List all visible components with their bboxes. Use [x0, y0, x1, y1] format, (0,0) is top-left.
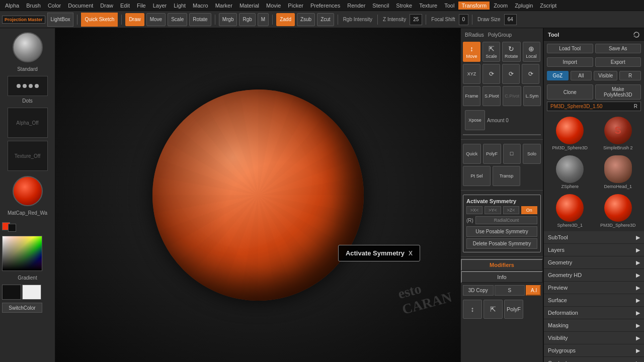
frame-btn[interactable]: Frame [463, 86, 480, 106]
use-posable-btn[interactable]: Use Posable Symmetry [466, 226, 537, 237]
menu-item-preferences[interactable]: Preferences [307, 2, 343, 10]
info-btn[interactable]: Info [461, 271, 543, 283]
transp-btn[interactable]: Transp [493, 166, 520, 186]
menu-item-texture[interactable]: Texture [416, 2, 440, 10]
menu-item-movie[interactable]: Movie [263, 2, 284, 10]
modifiers-btn[interactable]: Modifiers [461, 259, 543, 271]
black-swatch[interactable] [2, 285, 21, 300]
brush-preview[interactable] [13, 32, 43, 62]
make-polymesh-btn[interactable]: Make PolyMesh3D [595, 84, 641, 100]
menu-item-zoom[interactable]: Zoom [491, 2, 511, 10]
ptsel-btn[interactable]: Pt Sel [463, 166, 491, 186]
polyf-btn[interactable]: PolyF [483, 144, 501, 164]
main-sphere[interactable] [152, 89, 364, 301]
delete-posable-btn[interactable]: Delete Posable Symmetry [466, 238, 537, 249]
menu-item-zplugin[interactable]: Zplugin [512, 2, 536, 10]
menu-item-layer[interactable]: Layer [150, 2, 170, 10]
scale-btn[interactable]: ⇱ Scale [482, 42, 500, 62]
tooltip-close-btn[interactable]: X [409, 250, 413, 257]
save-as-btn[interactable]: Save As [595, 44, 641, 53]
thumb-zsphere[interactable]: ZSphere [547, 154, 593, 191]
reset-icon[interactable] [633, 31, 640, 38]
sym-x-btn[interactable]: >X< [466, 206, 482, 214]
menu-item-transform[interactable]: Transform [458, 2, 490, 10]
load-tool-btn[interactable]: Load Tool [547, 44, 593, 53]
cpivot-btn[interactable]: C.Pivot [503, 86, 521, 106]
menu-item-alpha[interactable]: Alpha [2, 2, 22, 10]
layers-btn[interactable]: Layers ▶ [544, 244, 644, 256]
quick-sketch-btn[interactable]: Quick Sketch [81, 13, 118, 27]
background-color[interactable] [8, 224, 16, 232]
menu-item-zscript[interactable]: Zscript [537, 2, 559, 10]
surface-btn[interactable]: Surface ▶ [544, 295, 644, 307]
xpose-btn[interactable]: Xpose [465, 110, 485, 130]
menu-item-file[interactable]: File [134, 2, 149, 10]
deformation-btn[interactable]: Deformation ▶ [544, 307, 644, 319]
rt-btn4[interactable]: ⟳ [522, 64, 539, 84]
menu-item-document[interactable]: Document [65, 2, 96, 10]
rt-btn3[interactable]: ⟳ [502, 64, 520, 84]
texture-preview[interactable]: Texture_Off [8, 141, 48, 171]
scale-small-btn[interactable]: ⇱ [484, 300, 503, 319]
clone-btn[interactable]: Clone [547, 84, 593, 100]
polyf-small-btn[interactable]: PolyF [504, 300, 523, 319]
thumb-pm3d-sphere3d-2[interactable]: PM3D_Sphere3D [595, 193, 641, 229]
switch-color-btn[interactable]: SwitchColor [2, 303, 42, 313]
thumb-demohead[interactable]: DemoHead_1 [595, 154, 641, 191]
matcap-preview[interactable] [13, 176, 43, 206]
sym-on-btn[interactable]: On [521, 206, 537, 214]
ai-btn[interactable]: A.I [526, 285, 541, 296]
canvas-area[interactable]: Activate Symmetry X estoCARAN [55, 28, 460, 362]
visible-btn[interactable]: Visible [594, 71, 617, 80]
tool-name-r-btn[interactable]: R [634, 104, 637, 109]
menu-item-stroke[interactable]: Stroke [393, 2, 415, 10]
polygroups-btn[interactable]: Polygroups ▶ [544, 345, 644, 357]
geometry-btn[interactable]: Geometry ▶ [544, 257, 644, 269]
local-btn[interactable]: ⊕ Local [523, 42, 540, 62]
r-btn-right[interactable]: R [619, 71, 641, 80]
copy3d-btn[interactable]: 3D Copy [463, 285, 494, 296]
lightbox-btn[interactable]: LightBox [47, 13, 74, 27]
draw-mode-btn[interactable]: Draw [125, 13, 144, 26]
mrgb-btn[interactable]: Mrgb [219, 13, 237, 26]
goz-btn[interactable]: GoZ [547, 71, 569, 80]
menu-item-light[interactable]: Light [171, 2, 189, 10]
rt-btn2[interactable]: ⟳ [482, 64, 500, 84]
box-btn[interactable]: ☐ [503, 144, 521, 164]
rotate-mode-btn[interactable]: Rotate [189, 13, 211, 26]
geometry-hd-btn[interactable]: Geometry HD ▶ [544, 269, 644, 282]
rotate-btn[interactable]: ↻ Rotate [502, 42, 521, 62]
m-btn[interactable]: M [258, 13, 269, 26]
all-btn[interactable]: All [571, 71, 592, 80]
import-btn[interactable]: Import [547, 57, 593, 67]
rgb-btn[interactable]: Rgb [239, 13, 255, 26]
menu-item-picker[interactable]: Picker [285, 2, 306, 10]
spivot-btn[interactable]: S.Pivot [482, 86, 501, 106]
menu-item-edit[interactable]: Edit [117, 2, 133, 10]
zcut-btn[interactable]: Zcut [317, 13, 334, 26]
color-picker[interactable] [2, 236, 42, 271]
preview-btn[interactable]: Preview ▶ [544, 282, 644, 294]
thumb-sphere3d-1[interactable]: Sphere3D_1 [547, 193, 593, 229]
menu-item-stencil[interactable]: Stencil [369, 2, 392, 10]
move-mode-btn[interactable]: Move [146, 13, 166, 26]
menu-item-material[interactable]: Material [236, 2, 262, 10]
lsym-btn[interactable]: L.Sym [523, 86, 541, 106]
move-btn[interactable]: ↕ Move [463, 42, 480, 62]
subtool-btn[interactable]: SubTool ▶ [544, 232, 644, 244]
alpha-preview[interactable]: Alpha_Off [8, 108, 48, 138]
sym-y-btn[interactable]: >Y< [485, 206, 501, 214]
thumb-simplebrush[interactable]: S SimpleBrush 2 [595, 115, 641, 152]
contact-btn[interactable]: Contact ▶ [544, 357, 644, 362]
menu-item-render[interactable]: Render [344, 2, 368, 10]
white-swatch[interactable] [22, 285, 41, 300]
xpose-slider[interactable] [463, 134, 541, 135]
menu-item-marker[interactable]: Marker [212, 2, 235, 10]
move-small-btn[interactable]: ↕ [463, 300, 482, 319]
stroke-preview[interactable] [8, 76, 48, 96]
thumb-pm3d-sphere3d[interactable]: PM3D_Sphere3D [547, 115, 593, 152]
quick-sketch2-btn[interactable]: Quick [463, 144, 481, 164]
menu-item-brush[interactable]: Brush [23, 2, 44, 10]
zsub-btn[interactable]: Zsub [297, 13, 315, 26]
export-btn[interactable]: Export [595, 57, 641, 67]
